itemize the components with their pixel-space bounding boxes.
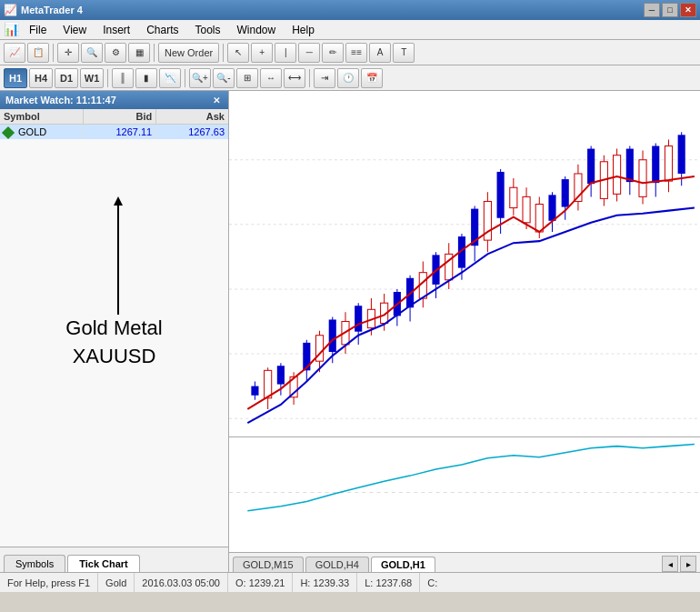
annotation-area: Gold Metal XAUUSD — [0, 139, 228, 547]
line-chart-btn[interactable]: 📉 — [159, 68, 181, 88]
sep-3 — [223, 44, 224, 62]
toolbar-2: H1 H4 D1 W1 ║ ▮ 📉 🔍+ 🔍- ⊞ ↔ ⟷ ⇥ 🕐 📅 — [0, 65, 700, 91]
clock-btn[interactable]: 🕐 — [337, 68, 359, 88]
market-watch-header: Market Watch: 11:11:47 ✕ — [0, 91, 228, 109]
svg-rect-27 — [355, 306, 362, 331]
crosshair2-btn[interactable]: + — [251, 43, 273, 63]
chart-type-btn[interactable]: ▦ — [128, 43, 150, 63]
ask-cell: 1267.63 — [156, 125, 228, 140]
svg-rect-73 — [652, 146, 659, 184]
svg-rect-67 — [614, 156, 621, 195]
tf-w1[interactable]: W1 — [80, 68, 104, 88]
status-open: O: 1239.21 — [228, 573, 293, 592]
title-bar-text: MetaTrader 4 — [21, 5, 83, 15]
templates-btn[interactable]: 📋 — [27, 43, 49, 63]
svg-rect-53 — [523, 196, 530, 222]
symbol-cell: GOLD — [0, 125, 84, 140]
title-bar-controls: ─ □ ✕ — [644, 3, 696, 17]
chart-tabs: GOLD,M15 GOLD,H4 GOLD,H1 ◂ ▸ — [229, 552, 700, 572]
scroll-btn[interactable]: ↔ — [260, 68, 282, 88]
svg-rect-15 — [277, 366, 285, 384]
pen-btn[interactable]: ✏ — [322, 43, 344, 63]
tab-symbols[interactable]: Symbols — [4, 555, 65, 572]
status-bar: For Help, press F1 Gold 2016.03.03 05:00… — [0, 572, 700, 592]
svg-rect-77 — [678, 135, 685, 174]
menu-tools[interactable]: Tools — [188, 22, 228, 38]
line-btn[interactable]: | — [275, 43, 296, 63]
tab-gold-m15[interactable]: GOLD,M15 — [233, 557, 304, 572]
menu-charts[interactable]: Charts — [139, 22, 185, 38]
datetime-text: 2016.03.03 05:00 — [142, 577, 220, 588]
hline-btn[interactable]: ─ — [298, 43, 320, 63]
status-symbol: Gold — [98, 573, 135, 592]
new-chart-btn[interactable]: 📈 — [4, 43, 25, 63]
left-panel: Market Watch: 11:11:47 ✕ Symbol Bid Ask … — [0, 91, 229, 572]
symbol-text: Gold — [105, 577, 126, 588]
crosshair-btn[interactable]: ✛ — [57, 43, 79, 63]
menu-bar: 📊 File View Insert Charts Tools Window H… — [0, 20, 700, 40]
sep-2 — [154, 44, 155, 62]
symbol-icon — [2, 126, 15, 139]
minimize-button[interactable]: ─ — [644, 3, 660, 17]
menu-help[interactable]: Help — [285, 22, 322, 38]
period-btn[interactable]: 📅 — [361, 68, 383, 88]
sep-1 — [53, 44, 54, 62]
open-text: O: 1239.21 — [235, 577, 285, 588]
tab-next-btn[interactable]: ▸ — [680, 556, 696, 572]
zoom-out-btn[interactable]: 🔍- — [213, 68, 235, 88]
maximize-button[interactable]: □ — [662, 3, 678, 17]
symbol-name: GOLD — [18, 126, 46, 137]
chart-area: Gold Chart — [229, 91, 700, 572]
textbox-btn[interactable]: T — [393, 43, 415, 63]
tf-h1[interactable]: H1 — [4, 68, 27, 88]
svg-rect-19 — [303, 343, 310, 370]
close-button[interactable]: ✕ — [680, 3, 696, 17]
table-row[interactable]: GOLD 1267.11 1267.63 — [0, 125, 228, 140]
tab-tick-chart[interactable]: Tick Chart — [67, 555, 140, 572]
status-help: For Help, press F1 — [0, 573, 98, 592]
market-watch-close-btn[interactable]: ✕ — [210, 94, 223, 106]
tf-h4[interactable]: H4 — [29, 68, 53, 88]
menu-window[interactable]: Window — [230, 22, 284, 38]
cursor-btn[interactable]: ↖ — [227, 43, 249, 63]
chart-canvas[interactable]: Gold Chart — [229, 91, 700, 552]
col-bid: Bid — [84, 109, 156, 125]
menu-file[interactable]: File — [22, 22, 54, 38]
status-close: C: — [420, 573, 445, 592]
tab-prev-btn[interactable]: ◂ — [662, 556, 678, 572]
app-icon: 📈 — [4, 4, 17, 16]
tf-d1[interactable]: D1 — [55, 68, 78, 88]
bid-cell: 1267.11 — [84, 125, 156, 140]
tab-gold-h4[interactable]: GOLD,H4 — [305, 557, 369, 572]
autoscroll-btn[interactable]: ⟷ — [284, 68, 305, 88]
app-logo-icon: 📊 — [4, 22, 20, 38]
zoom-btn[interactable]: 🔍 — [81, 43, 103, 63]
zoom-in-btn[interactable]: 🔍+ — [189, 68, 211, 88]
market-watch-table: Symbol Bid Ask GOLD 1267.11 1267.63 — [0, 109, 228, 139]
status-datetime: 2016.03.03 05:00 — [135, 573, 228, 592]
svg-rect-63 — [587, 149, 595, 185]
candle-29 — [614, 149, 621, 202]
annotation-line2: XAUUSD — [9, 343, 219, 371]
close-text: C: — [427, 577, 437, 588]
menu-insert[interactable]: Insert — [95, 22, 137, 38]
high-text: H: 1239.33 — [300, 577, 349, 588]
split-btn[interactable]: ⊞ — [236, 68, 258, 88]
sep-tf — [107, 69, 108, 87]
chart-tabs-nav: ◂ ▸ — [662, 556, 696, 572]
properties-btn[interactable]: ⚙ — [105, 43, 126, 63]
new-order-label: New Order — [165, 47, 213, 58]
menu-view[interactable]: View — [55, 22, 94, 38]
new-order-icon[interactable]: New Order — [158, 43, 219, 63]
svg-rect-57 — [548, 195, 555, 220]
market-watch-title: Market Watch: 11:11:47 — [5, 95, 116, 105]
status-high: H: 1239.33 — [293, 573, 357, 592]
chart-svg — [229, 91, 700, 552]
nav-btn[interactable]: ⇥ — [314, 68, 335, 88]
tab-gold-h1[interactable]: GOLD,H1 — [371, 557, 435, 572]
col-symbol: Symbol — [0, 109, 84, 125]
text-btn[interactable]: A — [369, 43, 391, 63]
indicator-btn[interactable]: ≡≡ — [345, 43, 367, 63]
bar-chart-btn[interactable]: ║ — [112, 68, 134, 88]
candle-btn[interactable]: ▮ — [135, 68, 157, 88]
